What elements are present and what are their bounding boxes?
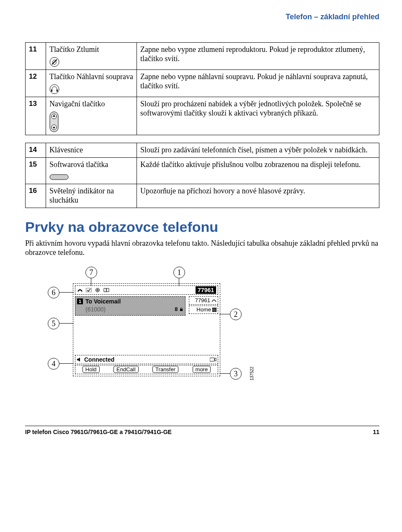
book-icon <box>103 288 109 292</box>
svg-rect-16 <box>215 308 216 309</box>
svg-rect-21 <box>214 311 215 312</box>
status-text: Connected <box>84 356 114 363</box>
call-number-badge: 1 <box>77 298 83 304</box>
section-intro: Při aktivním hovoru vypadá hlavní obrazo… <box>25 239 379 257</box>
table-row: 15 Softwarová tlačítka Každé tlačítko ak… <box>26 157 379 184</box>
row-label: Světelný indikátor na sluchátku <box>46 184 137 208</box>
page-footer: IP telefon Cisco 7961G/7961G-GE a 7941G/… <box>25 426 379 435</box>
line-key-1: 77961 <box>189 296 218 305</box>
svg-point-2 <box>50 85 59 94</box>
call-right-number: 8 <box>175 306 178 312</box>
svg-rect-20 <box>212 311 214 312</box>
row-number: 12 <box>26 69 46 97</box>
row-label: Softwarová tlačítka <box>46 157 137 184</box>
svg-rect-15 <box>214 308 215 309</box>
lock-icon <box>179 307 183 311</box>
row-description: Slouží pro procházení nabídek a výběr je… <box>137 97 379 135</box>
row-label: Navigační tlačítko <box>46 97 137 135</box>
table-row: 12 Tlačítko Náhlavní souprava Zapne nebo… <box>26 69 379 97</box>
row-number: 15 <box>26 157 46 184</box>
phone-screen-diagram: 7 1 6 5 4 2 3 77961 1 <box>44 267 253 401</box>
svg-rect-13 <box>180 309 183 311</box>
callout-1: 1 <box>173 267 185 278</box>
svg-rect-19 <box>215 309 216 310</box>
camera-icon <box>210 357 216 362</box>
headset-icon <box>49 84 59 94</box>
table-row: 13 Navigační tlačítko Slouží pro procház… <box>26 97 379 135</box>
svg-rect-10 <box>50 175 68 180</box>
row-description: Každé tlačítko aktivuje příslušnou volbu… <box>137 157 379 184</box>
callout-4: 4 <box>48 358 59 370</box>
callout-5: 5 <box>48 318 59 329</box>
softkey-button-icon <box>49 174 69 180</box>
svg-rect-11 <box>86 288 92 292</box>
svg-rect-4 <box>57 90 58 92</box>
call-title: To Voicemail <box>85 298 121 305</box>
svg-rect-18 <box>214 309 215 310</box>
line-key-1-label: 77961 <box>195 297 210 303</box>
row-description: Zapne nebo vypne ztlumení reproduktoru. … <box>137 43 379 70</box>
globe-icon <box>95 288 100 292</box>
keypad-icon <box>212 308 216 312</box>
label-text: Softwarová tlačítka <box>49 160 108 169</box>
offhook-icon <box>211 298 216 303</box>
label-text: Navigační tlačítko <box>49 100 105 108</box>
svg-rect-3 <box>51 90 52 92</box>
row-number: 13 <box>26 97 46 135</box>
status-row: Connected <box>75 355 218 364</box>
phone-screen: 77961 1 To Voicemail (61000) 8 77961 Hom… <box>73 283 220 376</box>
row-number: 14 <box>26 143 46 157</box>
footer-page-number: 11 <box>373 429 379 435</box>
softkey-more: more <box>193 366 211 373</box>
navigation-button-icon <box>49 111 59 132</box>
primary-extension: 77961 <box>196 286 216 294</box>
svg-rect-23 <box>210 358 214 361</box>
label-text: Tlačítko Náhlavní souprava <box>49 72 133 81</box>
table-row: 11 Tlačítko Ztlumit Zapne nebo vypne ztl… <box>26 43 379 70</box>
row-number: 11 <box>26 43 46 70</box>
line-key-2-label: Home <box>196 306 211 313</box>
image-reference-id: 137522 <box>250 366 254 380</box>
softkey-endcall: EndCall <box>113 366 139 373</box>
callout-3: 3 <box>230 368 242 380</box>
footer-product-name: IP telefon Cisco 7961G/7961G-GE a 7941G/… <box>25 429 172 435</box>
section-title: Prvky na obrazovce telefonu <box>25 219 379 235</box>
description-table-2: 14 Klávesnice Slouží pro zadávání telefo… <box>25 143 379 208</box>
table-row: 14 Klávesnice Slouží pro zadávání telefo… <box>26 143 379 157</box>
handset-status-icon <box>77 288 83 292</box>
svg-rect-17 <box>212 309 214 310</box>
callout-6: 6 <box>48 287 59 298</box>
row-description: Slouží pro zadávání telefonních čísel, p… <box>137 143 379 157</box>
softkey-row: Hold EndCall Transfer more <box>75 365 218 374</box>
row-number: 16 <box>26 184 46 208</box>
page-header: Telefon – základní přehled <box>25 13 379 21</box>
softkey-hold: Hold <box>82 366 100 373</box>
check-icon <box>86 288 92 292</box>
screen-top-bar: 77961 <box>75 285 218 295</box>
svg-rect-14 <box>212 308 214 309</box>
speaker-icon <box>77 357 82 362</box>
active-call-row: 1 To Voicemail (61000) 8 <box>75 296 186 316</box>
svg-rect-22 <box>215 311 216 312</box>
callout-2: 2 <box>230 308 242 320</box>
label-text: Tlačítko Ztlumit <box>49 45 99 54</box>
line-key-2: Home <box>189 306 218 314</box>
line-keys-column: 77961 Home <box>189 296 218 315</box>
callout-7: 7 <box>85 267 97 278</box>
row-description: Upozorňuje na příchozí hovory a nové hla… <box>137 184 379 208</box>
row-label: Tlačítko Náhlavní souprava <box>46 69 137 97</box>
mute-icon <box>49 57 59 67</box>
softkey-transfer: Transfer <box>152 366 178 373</box>
row-description: Zapne nebo vypne náhlavní soupravu. Poku… <box>137 69 379 97</box>
row-label: Tlačítko Ztlumit <box>46 43 137 70</box>
row-label: Klávesnice <box>46 143 137 157</box>
table-row: 16 Světelný indikátor na sluchátku Upozo… <box>26 184 379 208</box>
description-table-1: 11 Tlačítko Ztlumit Zapne nebo vypne ztl… <box>25 42 379 135</box>
call-subtitle: (61000) <box>85 306 106 313</box>
